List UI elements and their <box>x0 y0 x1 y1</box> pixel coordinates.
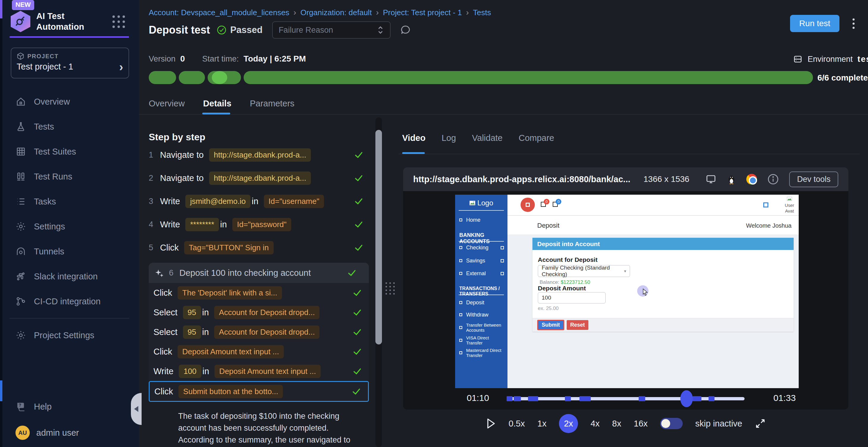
step-row-1[interactable]: 1 Navigate to http://stage.dbank.prod-a.… <box>149 144 370 166</box>
failure-reason-select[interactable]: Failure Reason <box>272 22 391 39</box>
sidebar-item-settings[interactable]: Settings <box>0 214 139 239</box>
progress-segment[interactable] <box>208 71 241 84</box>
speed-2x-active[interactable]: 2x <box>559 414 578 433</box>
step-passed-icon <box>354 196 364 206</box>
nav-divider <box>9 318 129 319</box>
progress-segment[interactable] <box>179 71 205 84</box>
list-icon <box>16 196 26 207</box>
sidebar-item-project-settings[interactable]: Project Settings <box>0 323 139 348</box>
video-tabs: Video Log Validate Compare <box>402 133 554 143</box>
seek-track[interactable] <box>506 397 745 400</box>
progress-segment[interactable] <box>244 71 813 84</box>
tab-compare[interactable]: Compare <box>519 133 554 143</box>
sidebar-collapse-handle[interactable] <box>131 393 142 425</box>
speed-4x[interactable]: 4x <box>590 419 600 428</box>
play-icon[interactable] <box>486 418 496 429</box>
version-label: Version <box>149 55 176 64</box>
bank-reset-button: Reset <box>567 320 588 330</box>
video-timeline: 01:10 01:33 <box>403 388 848 410</box>
environment-value: test <box>858 55 868 64</box>
broken-image-icon <box>787 197 792 201</box>
substep-row-4[interactable]: Click Deposit Amount text input ... <box>149 342 369 362</box>
speed-8x[interactable]: 8x <box>612 419 621 428</box>
locator-pill: Account for Deposit dropd... <box>214 325 319 339</box>
panel-resize-handle[interactable] <box>385 282 395 295</box>
sidebar-item-overview[interactable]: Overview <box>0 89 139 114</box>
substep-row-6-selected[interactable]: Click Submit button at the botto... <box>149 381 369 402</box>
tabs-divider <box>139 114 868 115</box>
tab-video[interactable]: Video <box>402 133 425 143</box>
progress-segment[interactable] <box>149 71 176 84</box>
sidebar-item-cicd-integration[interactable]: CI-CD integration <box>0 289 139 314</box>
sidebar-item-tunnels[interactable]: Tunnels <box>0 239 139 264</box>
fullscreen-icon[interactable] <box>755 418 766 429</box>
run-test-button[interactable]: Run test <box>790 15 839 32</box>
new-badge: NEW <box>12 0 34 10</box>
step-row-5[interactable]: 5 Click Tag="BUTTON" Sign in <box>149 237 370 259</box>
tab-parameters[interactable]: Parameters <box>250 99 294 108</box>
activity-marker <box>565 396 571 401</box>
tunnel-icon <box>16 246 26 257</box>
speed-16x[interactable]: 16x <box>634 419 648 428</box>
total-time: 01:33 <box>773 393 796 403</box>
tab-log[interactable]: Log <box>441 133 456 143</box>
substep-row-3[interactable]: Select 95 in Account for Deposit dropd..… <box>149 322 369 342</box>
breadcrumb-account[interactable]: Account: Devspace_all_module_licenses <box>149 8 289 17</box>
activity-marker <box>709 396 714 401</box>
steps-scrollbar-thumb[interactable] <box>375 130 382 344</box>
bank-title-row: Deposit Welcome Joshua <box>507 216 799 235</box>
rail-indicator-top <box>0 0 2 19</box>
substep-row-2[interactable]: Select 95 in Account for Deposit dropd..… <box>149 303 369 322</box>
step-row-3[interactable]: 3 Write jsmith@demo.io in Id="username" <box>149 190 370 212</box>
speed-1x[interactable]: 1x <box>537 419 547 428</box>
sidebar-item-tasks[interactable]: Tasks <box>0 189 139 214</box>
sidebar-item-test-suites[interactable]: Test Suites <box>0 139 139 164</box>
substep-row-5[interactable]: Write 100 in Deposit Amount text input .… <box>149 362 369 381</box>
comment-icon[interactable] <box>400 24 411 36</box>
video-viewport: Logo Home BANKING ACCOUNTS Checking Savi… <box>403 191 848 388</box>
substep-row-1[interactable]: Click The 'Deposit' link with a si... <box>149 283 369 303</box>
environment-label: Environment <box>808 55 853 64</box>
breadcrumb-separator: › <box>293 8 296 17</box>
speed-0.5x[interactable]: 0.5x <box>509 419 525 428</box>
collapse-arrow-icon <box>134 406 138 412</box>
tab-overview[interactable]: Overview <box>149 99 185 108</box>
help-button[interactable]: ? Help <box>0 395 139 418</box>
chevron-updown-icon <box>377 26 384 34</box>
sidebar-item-tests[interactable]: Tests <box>0 114 139 139</box>
project-selector[interactable]: PROJECT Test project - 1 › <box>11 47 129 78</box>
breadcrumb-project[interactable]: Project: Test project - 1 <box>383 8 462 17</box>
skip-inactive-toggle[interactable] <box>660 418 683 429</box>
step-row-2[interactable]: 2 Navigate to http://stage.dbank.prod-a.… <box>149 167 370 189</box>
linux-icon <box>727 174 736 184</box>
breadcrumb-separator: › <box>466 8 469 17</box>
tab-validate[interactable]: Validate <box>472 133 503 143</box>
deposit-card: Deposit into Account Account for Deposit… <box>532 238 794 332</box>
more-options-icon[interactable] <box>851 17 856 30</box>
activity-marker <box>514 396 521 401</box>
breadcrumb-tests[interactable]: Tests <box>473 8 491 17</box>
sidebar-item-slack-integration[interactable]: Slack integration <box>0 264 139 289</box>
amount-input: 100 <box>538 292 606 304</box>
step-passed-icon <box>354 243 364 253</box>
deposit-card-footer: Submit Reset <box>532 318 794 332</box>
locator-pill: Id="username" <box>264 195 324 208</box>
apps-grid-icon[interactable] <box>113 15 126 29</box>
user-menu[interactable]: AU admin user <box>0 418 139 447</box>
activity-marker <box>639 396 645 401</box>
sidebar-item-test-runs[interactable]: Test Runs <box>0 164 139 189</box>
playhead[interactable] <box>680 390 693 407</box>
bank-content: Deposit into Account Account for Deposit… <box>507 235 799 388</box>
main-tabs: Overview Details Parameters <box>149 99 294 108</box>
breadcrumb-organization[interactable]: Organization: default <box>301 8 372 17</box>
step-row-4[interactable]: 4 Write ******** in Id="password" <box>149 213 370 235</box>
step-by-step-panel: Step by step 1 Navigate to http://stage.… <box>149 117 370 447</box>
step-group-header[interactable]: 6 Deposit 100 into checking account <box>149 263 369 283</box>
info-icon[interactable] <box>767 173 779 185</box>
devtools-button[interactable]: Dev tools <box>789 171 838 187</box>
skip-inactive-label: skip inactive <box>695 419 742 428</box>
tab-details[interactable]: Details <box>203 99 231 108</box>
columns-icon <box>16 171 26 182</box>
url-pill: http://stage.dbank.prod-a... <box>209 148 311 162</box>
monitor-icon[interactable] <box>705 174 717 184</box>
